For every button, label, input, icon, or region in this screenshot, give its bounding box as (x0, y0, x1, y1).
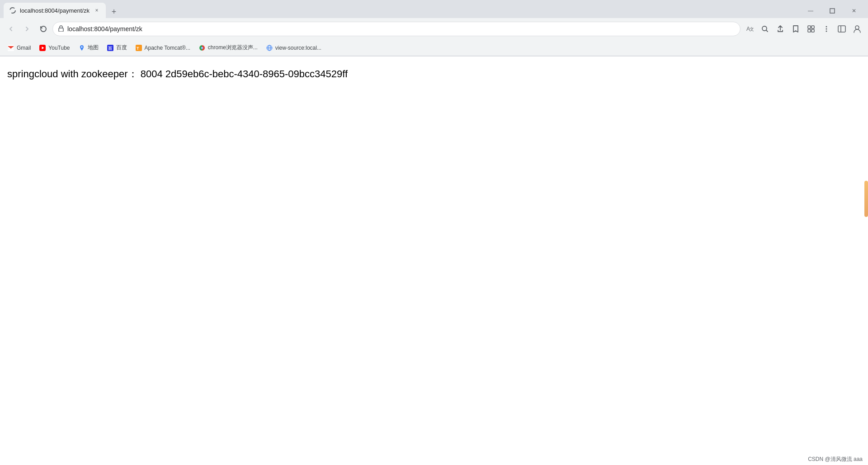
chrome-menu-button[interactable] (819, 22, 834, 36)
svg-rect-6 (808, 26, 811, 28)
view-source-label: view-source:local... (275, 45, 321, 51)
baidu-favicon: 百 (107, 44, 114, 52)
gmail-favicon (7, 44, 14, 52)
main-content-text: springcloud with zookeeper： 8004 2d59eb6… (7, 67, 861, 81)
bookmark-view-source[interactable]: view-source:local... (262, 42, 325, 54)
svg-point-18 (81, 46, 82, 47)
svg-rect-8 (808, 29, 811, 32)
active-tab[interactable]: localhost:8004/payment/zk × (4, 3, 106, 18)
svg-text:百: 百 (108, 46, 113, 51)
svg-text:文: 文 (750, 27, 754, 32)
bookmarks-bar: Gmail YouTube 地图 (0, 40, 868, 56)
chrome-sound-label: chrome浏览器没声... (208, 44, 258, 52)
view-source-favicon (266, 44, 273, 52)
tab-bar: localhost:8004/payment/zk × + — ✕ (0, 0, 868, 18)
tomcat-favicon: T (135, 44, 142, 52)
address-text: localhost:8004/payment/zk (67, 25, 735, 33)
zoom-button[interactable] (758, 22, 772, 36)
profile-button[interactable] (850, 22, 864, 36)
maximize-button[interactable] (822, 4, 843, 18)
extensions-button[interactable] (804, 22, 818, 36)
share-button[interactable] (773, 22, 788, 36)
bookmark-chrome-sound[interactable]: chrome浏览器没声... (195, 42, 261, 54)
address-bar[interactable]: localhost:8004/payment/zk (52, 22, 741, 36)
tab-favicon (9, 7, 16, 14)
svg-rect-7 (811, 26, 814, 28)
forward-button[interactable] (20, 22, 34, 36)
youtube-label: YouTube (48, 45, 70, 51)
bottom-bar: CSDN @清风微流 aaa (802, 454, 868, 465)
svg-text:T: T (137, 46, 139, 51)
bottom-bar-text: CSDN @清风微流 aaa (808, 456, 863, 462)
svg-rect-9 (811, 29, 814, 32)
window-controls: — ✕ (800, 4, 864, 18)
bookmark-baidu[interactable]: 百 百度 (103, 42, 131, 54)
bookmark-button[interactable] (788, 22, 803, 36)
refresh-button[interactable] (36, 22, 51, 36)
baidu-label: 百度 (116, 44, 127, 52)
scrollbar[interactable] (864, 181, 868, 217)
toolbar-icons: A 文 (742, 22, 864, 36)
lock-icon (58, 25, 64, 33)
svg-point-25 (201, 47, 203, 48)
bookmark-youtube[interactable]: YouTube (35, 42, 73, 54)
svg-rect-1 (830, 9, 835, 13)
chrome-sound-favicon (198, 44, 206, 52)
tab-close-button[interactable]: × (93, 7, 100, 14)
sidebar-button[interactable] (835, 22, 849, 36)
bookmark-gmail[interactable]: Gmail (4, 42, 34, 54)
svg-point-12 (826, 31, 827, 32)
browser-chrome: localhost:8004/payment/zk × + — ✕ (0, 0, 868, 56)
tab-title: localhost:8004/payment/zk (20, 7, 90, 14)
youtube-favicon (39, 44, 46, 52)
bookmark-maps[interactable]: 地图 (75, 42, 102, 54)
new-tab-button[interactable]: + (108, 5, 120, 18)
back-button[interactable] (4, 22, 18, 36)
bookmark-tomcat[interactable]: T Apache Tomcat®... (132, 42, 194, 54)
gmail-label: Gmail (17, 45, 31, 51)
svg-point-0 (10, 8, 15, 13)
maps-label: 地图 (88, 44, 99, 52)
minimize-button[interactable]: — (800, 4, 821, 18)
translate-button[interactable]: A 文 (742, 22, 757, 36)
svg-point-10 (826, 26, 827, 28)
close-button[interactable]: ✕ (844, 4, 864, 18)
svg-rect-13 (838, 26, 845, 32)
page-content: springcloud with zookeeper： 8004 2d59eb6… (0, 56, 868, 465)
svg-point-11 (826, 28, 827, 30)
maps-favicon (78, 44, 85, 52)
svg-rect-2 (59, 28, 63, 32)
nav-bar: localhost:8004/payment/zk A 文 (0, 18, 868, 40)
svg-point-14 (855, 26, 859, 29)
tomcat-label: Apache Tomcat®... (145, 45, 190, 51)
